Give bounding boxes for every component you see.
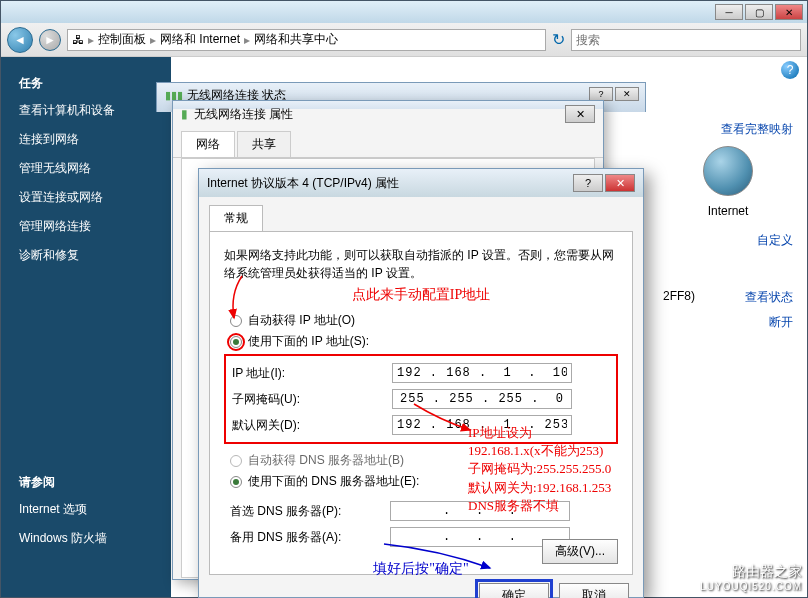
gateway-input[interactable] [392, 415, 572, 435]
props-tab-sharing[interactable]: 共享 [237, 131, 291, 157]
ok-button[interactable]: 确定 [479, 583, 549, 598]
advanced-button[interactable]: 高级(V)... [542, 539, 618, 564]
network-icon: ▮ [181, 107, 188, 121]
sidebar-item-devices[interactable]: 查看计算机和设备 [1, 96, 171, 125]
props-close-button[interactable]: ✕ [565, 105, 595, 123]
ipv4-window-title: Internet 协议版本 4 (TCP/IPv4) 属性 [207, 175, 399, 192]
radio-auto-ip[interactable] [230, 315, 242, 327]
net-id-label: 2FF8) [663, 289, 695, 306]
dns2-label: 备用 DNS 服务器(A): [230, 529, 390, 546]
close-button[interactable]: ✕ [775, 4, 803, 20]
radio-manual-dns-label: 使用下面的 DNS 服务器地址(E): [248, 473, 419, 490]
view-status-link[interactable]: 查看状态 [745, 289, 793, 306]
radio-manual-ip-label: 使用下面的 IP 地址(S): [248, 333, 369, 350]
window-titlebar: ─ ▢ ✕ [1, 1, 807, 23]
radio-manual-dns[interactable] [230, 476, 242, 488]
navbar: ◄ ► 🖧 ▸ 控制面板 ▸ 网络和 Internet ▸ 网络和共享中心 ↻ [1, 23, 807, 57]
sidebar-item-diagnose[interactable]: 诊断和修复 [1, 241, 171, 270]
radio-manual-ip-row[interactable]: 使用下面的 IP 地址(S): [224, 331, 618, 352]
radio-manual-dns-row[interactable]: 使用下面的 DNS 服务器地址(E): [224, 471, 618, 492]
radio-auto-ip-label: 自动获得 IP 地址(O) [248, 312, 355, 329]
maximize-button[interactable]: ▢ [745, 4, 773, 20]
help-icon[interactable]: ? [781, 61, 799, 79]
props-window-title: 无线网络连接 属性 [194, 106, 293, 123]
watermark-line1: 路由器之家 [700, 563, 802, 581]
sidebar-heading-tasks: 任务 [1, 71, 171, 96]
ip-address-input[interactable] [392, 363, 572, 383]
sidebar-heading-seealso: 请参阅 [1, 470, 171, 495]
props-tab-network[interactable]: 网络 [181, 131, 235, 157]
radio-auto-dns-row[interactable]: 自动获得 DNS 服务器地址(B) [224, 450, 618, 471]
disconnect-link[interactable]: 断开 [769, 314, 793, 331]
breadcrumb-icon: 🖧 [72, 33, 84, 47]
radio-auto-dns-label: 自动获得 DNS 服务器地址(B) [248, 452, 404, 469]
ip-address-label: IP 地址(I): [232, 365, 392, 382]
ipv4-close-button[interactable]: ✕ [605, 174, 635, 192]
watermark-line2: LUYOUQI520.COM [700, 581, 802, 592]
sidebar-item-setup[interactable]: 设置连接或网络 [1, 183, 171, 212]
status-close-button[interactable]: ✕ [615, 87, 639, 101]
refresh-icon[interactable]: ↻ [552, 30, 565, 49]
breadcrumb-p1[interactable]: 控制面板 [98, 31, 146, 48]
subnet-mask-label: 子网掩码(U): [232, 391, 392, 408]
search-input[interactable] [571, 29, 801, 51]
ip-settings-box: IP 地址(I): 子网掩码(U): 默认网关(D): [224, 354, 618, 444]
breadcrumb-p2[interactable]: 网络和 Internet [160, 31, 240, 48]
nav-back-button[interactable]: ◄ [7, 27, 33, 53]
ipv4-properties-window: Internet 协议版本 4 (TCP/IPv4) 属性 ? ✕ 常规 如果网… [198, 168, 644, 598]
custom-link[interactable]: 自定义 [663, 232, 793, 249]
radio-manual-ip[interactable] [230, 336, 242, 348]
minimize-button[interactable]: ─ [715, 4, 743, 20]
status-help-button[interactable]: ? [589, 87, 613, 101]
sidebar-item-inetopts[interactable]: Internet 选项 [1, 495, 171, 524]
nav-forward-button[interactable]: ► [39, 29, 61, 51]
sidebar: 任务 查看计算机和设备 连接到网络 管理无线网络 设置连接或网络 管理网络连接 … [1, 57, 171, 597]
dns1-label: 首选 DNS 服务器(P): [230, 503, 390, 520]
ipv4-help-button[interactable]: ? [573, 174, 603, 192]
dns1-input[interactable] [390, 501, 570, 521]
breadcrumb[interactable]: 🖧 ▸ 控制面板 ▸ 网络和 Internet ▸ 网络和共享中心 [67, 29, 546, 51]
internet-globe-icon [703, 146, 753, 196]
sidebar-item-manage[interactable]: 管理网络连接 [1, 212, 171, 241]
radio-auto-ip-row[interactable]: 自动获得 IP 地址(O) [224, 310, 618, 331]
subnet-mask-input[interactable] [392, 389, 572, 409]
annotation-manual: 点此来手动配置IP地址 [224, 286, 618, 304]
sidebar-item-wireless[interactable]: 管理无线网络 [1, 154, 171, 183]
radio-auto-dns [230, 455, 242, 467]
breadcrumb-p3[interactable]: 网络和共享中心 [254, 31, 338, 48]
watermark: 路由器之家 LUYOUQI520.COM [700, 563, 802, 592]
gateway-label: 默认网关(D): [232, 417, 392, 434]
cancel-button[interactable]: 取消 [559, 583, 629, 598]
sidebar-item-firewall[interactable]: Windows 防火墙 [1, 524, 171, 553]
ipv4-description: 如果网络支持此功能，则可以获取自动指派的 IP 设置。否则，您需要从网络系统管理… [224, 246, 618, 282]
internet-label: Internet [663, 204, 793, 218]
view-map-link[interactable]: 查看完整映射 [663, 121, 793, 138]
sidebar-item-connect[interactable]: 连接到网络 [1, 125, 171, 154]
ipv4-tab-general[interactable]: 常规 [209, 205, 263, 231]
